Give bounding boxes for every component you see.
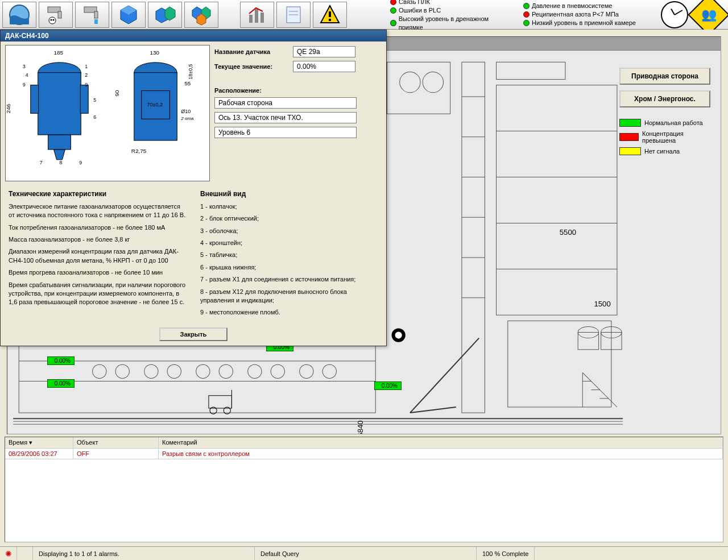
svg-text:4: 4 <box>26 72 28 77</box>
status-dot-icon <box>390 7 396 14</box>
drive-side-button[interactable]: Приводная сторона <box>619 68 710 85</box>
tool-cube-blue-icon[interactable] <box>111 2 146 28</box>
svg-point-3 <box>49 17 56 24</box>
location-field-2[interactable]: Ось 13. Участок печи ТХО. <box>214 112 357 123</box>
clock-icon <box>661 1 688 28</box>
tech-line: Ток потребления газоанализаторов - не бо… <box>9 223 187 232</box>
svg-text:1500: 1500 <box>594 300 611 308</box>
status-text: Низкий уровень в приемной камере <box>532 19 636 27</box>
svg-text:90: 90 <box>114 90 120 97</box>
appearance-line: 2 - блок оптический; <box>200 214 378 223</box>
tech-line: Время срабатывания сигнализации, при нал… <box>9 281 187 307</box>
alarm-header-row: Время ▾ Объект Коментарий <box>5 437 723 449</box>
svg-text:9: 9 <box>79 159 82 165</box>
top-toolbar: Связь ПЛК Ошибки в PLC Высокий уровень в… <box>0 0 728 30</box>
alarm-header-time[interactable]: Время ▾ <box>5 437 73 448</box>
alarm-header-comment[interactable]: Коментарий <box>159 437 723 448</box>
sensor-badge[interactable]: 0.00% <box>47 356 75 365</box>
svg-text:2: 2 <box>85 72 88 77</box>
svg-rect-23 <box>329 11 331 17</box>
legend-label: Концентрация превышена <box>642 130 710 144</box>
svg-marker-12 <box>165 7 175 20</box>
status-dot-icon <box>390 20 396 26</box>
legend-label: Нет сигнала <box>644 148 680 155</box>
tool-tap-icon[interactable] <box>75 2 109 28</box>
tool-skull-tap-icon[interactable] <box>39 2 73 28</box>
current-value-label: Текущее значение: <box>214 63 288 70</box>
svg-text:246: 246 <box>6 103 11 113</box>
tool-cube-teal-icon[interactable] <box>148 2 182 28</box>
appearance-line: 4 - кронштейн; <box>200 239 378 247</box>
svg-text:6840: 6840 <box>356 420 365 434</box>
svg-rect-17 <box>255 9 258 23</box>
legend-label: Нормальная работа <box>644 119 703 126</box>
svg-rect-8 <box>94 19 98 24</box>
svg-point-78 <box>395 332 402 339</box>
tool-warning-icon[interactable] <box>313 2 347 28</box>
svg-text:9: 9 <box>85 81 88 87</box>
svg-text:1: 1 <box>85 63 88 69</box>
svg-text:R2,75: R2,75 <box>131 148 147 154</box>
sensor-name-field[interactable]: QE 29a <box>293 46 355 57</box>
sensor-name-label: Название датчика <box>214 48 288 55</box>
tech-line: Время прогрева газоанализаторов - не бол… <box>9 268 187 277</box>
svg-text:2 отв.: 2 отв. <box>180 116 195 121</box>
legend: Нормальная работа Концентрация превышена… <box>619 119 710 155</box>
svg-rect-24 <box>329 19 331 21</box>
alarm-row[interactable]: 08/29/2006 03:27 OFF Разрыв связи с конт… <box>5 449 723 459</box>
current-value-field[interactable]: 0.00% <box>293 61 355 72</box>
svg-text:70±0,2: 70±0,2 <box>147 102 163 107</box>
status-complete-text: 100 % Complete <box>477 547 535 560</box>
tech-line: Масса газоанализаторов - не более 3,8 кг <box>9 235 187 244</box>
tech-line: Диапазон измерений концентрации газа для… <box>9 247 187 265</box>
svg-text:5500: 5500 <box>560 228 576 237</box>
svg-rect-83 <box>48 135 71 150</box>
appearance-line: 7 - разъем X1 для соединения с источнико… <box>200 275 378 284</box>
legend-swatch-icon <box>619 133 639 141</box>
tech-title: Технические характеристики <box>9 189 187 199</box>
alarm-comment: Разрыв связи с контроллером <box>159 449 723 459</box>
sort-desc-icon: ▾ <box>29 439 32 446</box>
close-button[interactable]: Закрыть <box>159 327 228 341</box>
alarm-object: OFF <box>73 449 159 459</box>
appearance-line: 3 - оболочка; <box>200 227 378 235</box>
chrome-energy-button[interactable]: Хром / Энергонос. <box>619 90 710 107</box>
appearance-line: 1 - колпачок; <box>200 202 378 211</box>
svg-rect-7 <box>94 11 98 18</box>
location-field-3[interactable]: Уровень 6 <box>214 127 357 138</box>
svg-rect-81 <box>31 85 39 113</box>
appearance-line: 9 - местоположение пломб. <box>200 308 378 317</box>
sensor-badge[interactable]: 0.00% <box>47 379 75 388</box>
status-query-text: Default Query <box>255 547 477 560</box>
tool-bars-icon[interactable] <box>240 2 274 28</box>
tool-cube-green-icon[interactable] <box>184 2 218 28</box>
svg-text:6: 6 <box>93 114 96 120</box>
status-dot-icon <box>523 11 530 18</box>
svg-marker-84 <box>54 150 65 160</box>
location-label: Расположение: <box>214 87 288 94</box>
right-panel: Приводная сторона Хром / Энергонос. Норм… <box>619 68 710 155</box>
status-bar: ✺ Displaying 1 to 1 of 1 alarms. Default… <box>0 546 728 560</box>
tool-note-icon[interactable] <box>276 2 311 28</box>
tool-water-icon[interactable] <box>2 2 36 28</box>
tech-line: Электрическое питание газоанализаторов о… <box>9 202 187 220</box>
svg-text:Ø10: Ø10 <box>181 109 191 114</box>
appearance-specs: Внешний вид 1 - колпачок; 2 - блок оптич… <box>200 189 378 321</box>
status-text: Связь ПЛК <box>399 0 430 6</box>
svg-point-4 <box>51 19 52 20</box>
status-block-left: Связь ПЛК Ошибки в PLC Высокий уровень в… <box>386 0 516 33</box>
svg-point-5 <box>53 19 55 20</box>
alarm-header-object[interactable]: Объект <box>73 437 159 448</box>
status-text: Высокий уровень в дренажном приямке <box>399 15 512 32</box>
svg-text:3: 3 <box>23 63 26 69</box>
status-dot-icon <box>523 20 530 26</box>
alarm-time: 08/29/2006 03:27 <box>5 449 73 459</box>
location-field-1[interactable]: Рабочая сторона <box>214 97 357 109</box>
status-dot-icon <box>523 3 530 9</box>
appearance-line: 5 - табличка; <box>200 251 378 259</box>
status-alert-icon[interactable]: ✺ <box>0 547 17 560</box>
status-text: Реципиентная азота P<7 МПа <box>532 10 619 19</box>
sensor-details-dialog: ДАК-CH4-100 185 <box>0 30 387 346</box>
sensor-badge[interactable]: 0.00% <box>374 381 402 390</box>
legend-swatch-icon <box>619 119 641 127</box>
